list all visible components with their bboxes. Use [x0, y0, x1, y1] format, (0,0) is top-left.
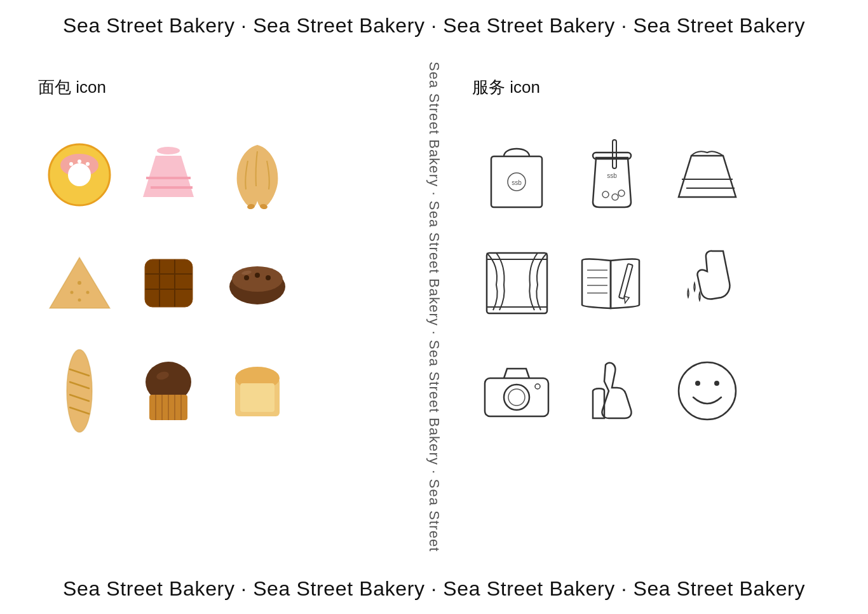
service-section: 服务 icon ssb [434, 51, 868, 563]
svg-point-16 [70, 291, 73, 294]
svg-rect-48 [240, 383, 275, 412]
hand-gesture-icon [666, 238, 749, 327]
svg-point-3 [78, 160, 81, 163]
svg-point-71 [504, 385, 529, 410]
bread-icon-grid [38, 124, 409, 442]
svg-point-5 [68, 163, 91, 186]
svg-point-72 [508, 389, 525, 406]
svg-point-75 [695, 381, 700, 386]
layered-cake-icon [130, 133, 207, 216]
baguette-icon [41, 350, 118, 432]
camera-icon [475, 346, 558, 435]
chocolate-bread-icon [219, 242, 295, 324]
top-banner: Sea Street Bakery · Sea Street Bakery · … [0, 0, 868, 51]
svg-point-28 [244, 275, 249, 280]
svg-marker-58 [679, 156, 736, 197]
svg-point-76 [714, 381, 719, 386]
bubble-tea-icon: ssb [571, 130, 653, 219]
svg-point-17 [86, 291, 89, 294]
smiley-face-icon [666, 346, 749, 435]
triangle-bread-icon [41, 242, 118, 324]
svg-text:ssb: ssb [512, 179, 522, 186]
svg-point-55 [612, 194, 618, 200]
svg-rect-20 [145, 259, 193, 307]
svg-point-2 [69, 162, 73, 166]
svg-marker-7 [143, 156, 194, 197]
svg-point-27 [232, 266, 283, 292]
svg-point-11 [157, 147, 180, 154]
svg-rect-53 [613, 140, 616, 168]
svg-point-30 [266, 275, 271, 280]
main-content: 面包 icon [0, 51, 868, 563]
muffin-icon [130, 350, 207, 432]
shopping-bag-icon: ssb [475, 130, 558, 219]
open-book-icon [571, 238, 653, 327]
svg-point-73 [535, 384, 540, 389]
service-icon-grid: ssb ssb [472, 124, 843, 442]
svg-rect-68 [618, 264, 632, 299]
svg-point-15 [78, 281, 81, 285]
svg-point-74 [679, 362, 736, 420]
croissant-icon [219, 133, 295, 216]
svg-point-18 [78, 299, 81, 302]
bread-section-title: 面包 icon [38, 76, 409, 99]
toast-icon [219, 350, 295, 432]
svg-point-4 [86, 162, 90, 166]
display-shelf-icon [475, 238, 558, 327]
bread-section: 面包 icon [0, 51, 434, 563]
svg-text:ssb: ssb [607, 172, 617, 179]
thumbs-up-icon [571, 346, 653, 435]
service-section-title: 服务 icon [472, 76, 843, 99]
svg-point-56 [618, 190, 625, 196]
bottom-banner: Sea Street Bakery · Sea Street Bakery · … [0, 563, 868, 614]
svg-point-54 [602, 191, 609, 198]
chocolate-cookie-icon [130, 242, 207, 324]
donut-icon [41, 133, 118, 216]
svg-point-29 [255, 273, 260, 278]
cake-slice-outline-icon [666, 130, 749, 219]
